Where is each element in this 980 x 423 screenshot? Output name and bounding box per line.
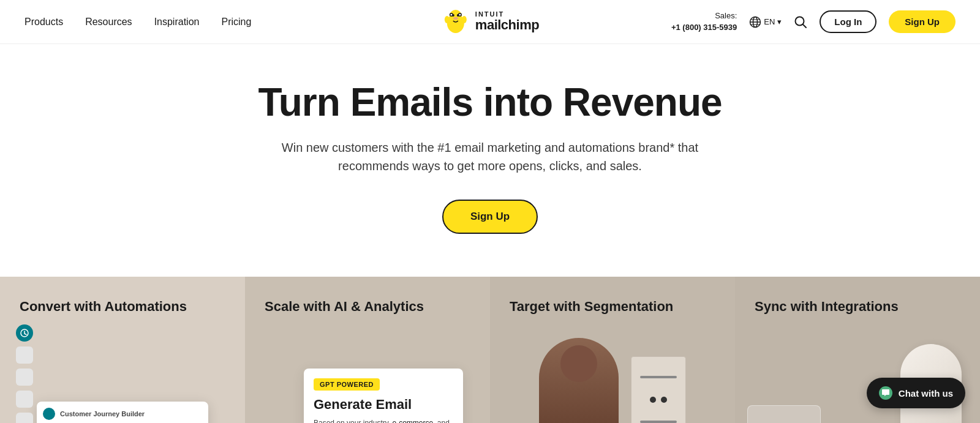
gpt-card-desc: Based on your industry, e-commerce, and … — [314, 417, 453, 423]
navbar: Products Resources Inspiration Pricing I… — [0, 0, 980, 44]
sidebar-icon-2 — [16, 369, 33, 386]
shelf-dot-1 — [650, 397, 656, 403]
sales-label: Sales: — [671, 10, 737, 21]
login-button[interactable]: Log In — [820, 10, 876, 33]
nav-item-pricing[interactable]: Pricing — [221, 17, 251, 28]
svg-point-5 — [445, 16, 450, 23]
chat-label: Chat with us — [899, 388, 953, 399]
feature-title-segmentation: Target with Segmentation — [510, 299, 715, 315]
feature-title-automations: Convert with Automations — [20, 299, 225, 315]
svg-point-4 — [453, 17, 458, 20]
hero-signup-button[interactable]: Sign Up — [442, 200, 538, 234]
gpt-card-title: Generate Email — [314, 397, 453, 413]
nav-right: Sales: +1 (800) 315-5939 EN▾ Log In Sign… — [671, 10, 956, 33]
sales-info: Sales: +1 (800) 315-5939 — [671, 10, 737, 32]
gpt-link1[interactable]: e-commerce — [393, 419, 434, 423]
search-button[interactable] — [794, 15, 807, 29]
person-body — [539, 338, 619, 423]
integration-card-mock — [747, 405, 821, 423]
language-code: EN — [764, 17, 775, 26]
svg-point-9 — [450, 13, 452, 15]
nav-left: Products Resources Inspiration Pricing — [24, 17, 251, 28]
person-figure — [539, 326, 619, 423]
shelf-dots — [650, 397, 667, 403]
feature-card-ai: Scale with AI & Analytics GPT POWERED Ge… — [245, 277, 490, 423]
feature-card-segmentation: Target with Segmentation — [490, 277, 735, 423]
hero-section: Turn Emails into Revenue Win new custome… — [0, 44, 980, 277]
cjb-header: Customer Journey Builder — [43, 408, 202, 420]
sidebar-logo-icon — [16, 324, 33, 342]
site-logo[interactable]: INTUIT mailchimp — [441, 7, 539, 37]
chat-button[interactable]: Chat with us — [867, 378, 965, 408]
shelf-visual — [631, 356, 686, 423]
nav-signup-button[interactable]: Sign Up — [889, 10, 956, 33]
gpt-desc-part1: Based on your industry, — [314, 419, 393, 423]
globe-icon — [749, 16, 761, 28]
shelf-dot-2 — [661, 397, 667, 403]
cjb-dot — [43, 408, 55, 420]
gpt-card: GPT POWERED Generate Email Based on your… — [304, 369, 463, 423]
svg-point-10 — [459, 13, 461, 15]
shelf-line-1 — [640, 376, 677, 378]
sidebar-icon-1 — [16, 346, 33, 364]
cjb-mock-window: Customer Journey Builder ▶ Customer aban… — [37, 402, 208, 423]
cjb-title: Customer Journey Builder — [60, 410, 145, 417]
language-selector[interactable]: EN▾ — [749, 16, 782, 28]
mailchimp-logo-icon — [441, 7, 470, 37]
hero-subtitle: Win new customers with the #1 email mark… — [257, 138, 723, 175]
svg-point-6 — [462, 16, 467, 23]
gpt-badge: GPT POWERED — [314, 378, 380, 391]
nav-item-resources[interactable]: Resources — [85, 17, 132, 28]
chat-bubble-icon — [879, 386, 892, 400]
search-icon — [794, 15, 807, 29]
segmentation-visual — [514, 313, 710, 423]
shelf-line-2 — [640, 421, 677, 423]
hero-title: Turn Emails into Revenue — [24, 81, 956, 124]
sidebar-icon-4 — [16, 413, 33, 423]
nav-item-inspiration[interactable]: Inspiration — [154, 17, 200, 28]
svg-line-17 — [803, 24, 806, 28]
features-grid: Convert with Automations Customer Journe… — [0, 277, 980, 423]
feature-title-ai: Scale with AI & Analytics — [265, 299, 470, 315]
feature-card-automations: Convert with Automations Customer Journe… — [0, 277, 245, 423]
sales-phone[interactable]: +1 (800) 315-5939 — [671, 22, 737, 33]
logo-text: INTUIT mailchimp — [475, 10, 539, 32]
person-head — [560, 345, 597, 382]
nav-item-products[interactable]: Products — [24, 17, 63, 28]
feature-title-integrations: Sync with Integrations — [755, 299, 960, 315]
logo-brand: mailchimp — [475, 18, 539, 32]
sidebar-icon-3 — [16, 391, 33, 408]
